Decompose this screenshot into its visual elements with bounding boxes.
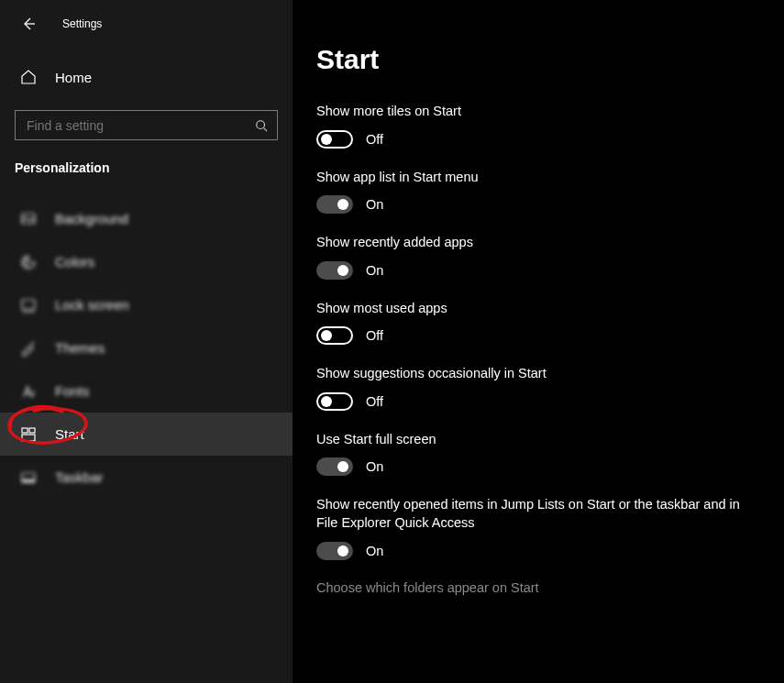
toggle-suggestions[interactable]: [316, 392, 353, 411]
toggle-state-more_tiles: Off: [366, 132, 383, 147]
home-icon: [20, 69, 37, 85]
window-title: Settings: [62, 17, 102, 30]
start-icon: [20, 426, 37, 443]
toggle-jump_lists[interactable]: [316, 542, 353, 560]
sidebar-nav: BackgroundColorsLock screenThemesFontsSt…: [0, 197, 293, 499]
toggle-more_tiles[interactable]: [316, 130, 353, 149]
setting-suggestions: Show suggestions occasionally in StartOf…: [316, 365, 751, 411]
setting-label-recently_added: Show recently added apps: [316, 234, 747, 252]
setting-label-most_used: Show most used apps: [316, 300, 747, 318]
svg-point-2: [25, 259, 27, 260]
toggle-recently_added[interactable]: [316, 261, 353, 280]
setting-label-suggestions: Show suggestions occasionally in Start: [316, 365, 747, 383]
themes-icon: [20, 340, 37, 357]
setting-label-app_list: Show app list in Start menu: [316, 169, 747, 187]
setting-more_tiles: Show more tiles on StartOff: [316, 103, 751, 149]
fonts-icon: [20, 383, 37, 400]
toggle-full_screen[interactable]: [316, 457, 353, 476]
main-panel: Start Show more tiles on StartOffShow ap…: [293, 0, 784, 683]
search-box[interactable]: [15, 110, 278, 140]
svg-rect-7: [29, 428, 35, 433]
toggle-state-recently_added: On: [366, 263, 383, 278]
sidebar-item-label: Background: [55, 211, 128, 226]
setting-app_list: Show app list in Start menuOn: [316, 169, 751, 215]
sidebar-item-fonts[interactable]: Fonts: [0, 369, 293, 413]
svg-rect-5: [22, 300, 35, 309]
svg-rect-6: [22, 428, 28, 433]
sidebar-item-label: Fonts: [55, 383, 90, 399]
folders-link[interactable]: Choose which folders appear on Start: [316, 580, 751, 595]
home-button[interactable]: Home: [0, 57, 293, 97]
toggle-state-suggestions: Off: [366, 394, 383, 409]
sidebar-item-label: Colors: [55, 254, 94, 270]
sidebar-item-colors[interactable]: Colors: [0, 240, 293, 283]
setting-recently_added: Show recently added appsOn: [316, 234, 751, 280]
sidebar-item-label: Start: [55, 426, 84, 442]
svg-point-3: [24, 262, 26, 264]
background-icon: [20, 211, 37, 227]
svg-point-4: [27, 265, 28, 267]
sidebar-item-background[interactable]: Background: [0, 197, 293, 240]
page-title: Start: [316, 44, 751, 75]
colors-icon: [20, 254, 37, 270]
sidebar-item-lockscreen[interactable]: Lock screen: [0, 283, 293, 326]
category-label: Personalization: [0, 140, 293, 186]
sidebar-item-label: Lock screen: [55, 297, 129, 313]
svg-point-0: [257, 120, 265, 128]
back-icon[interactable]: [20, 16, 37, 32]
sidebar-item-taskbar[interactable]: Taskbar: [0, 456, 293, 499]
toggle-state-jump_lists: On: [366, 544, 383, 558]
search-icon: [255, 119, 268, 132]
setting-label-jump_lists: Show recently opened items in Jump Lists…: [316, 496, 747, 532]
settings-list: Show more tiles on StartOffShow app list…: [316, 103, 751, 560]
toggle-state-app_list: On: [366, 197, 383, 212]
search-input[interactable]: [25, 117, 255, 134]
sidebar-item-label: Taskbar: [55, 469, 104, 485]
setting-full_screen: Use Start full screenOn: [316, 431, 751, 477]
sidebar-item-start[interactable]: Start: [0, 413, 293, 456]
setting-jump_lists: Show recently opened items in Jump Lists…: [316, 496, 751, 559]
svg-rect-8: [22, 435, 35, 441]
setting-most_used: Show most used appsOff: [316, 300, 751, 346]
home-label: Home: [55, 70, 92, 85]
lockscreen-icon: [20, 297, 37, 314]
svg-rect-10: [22, 479, 35, 482]
taskbar-icon: [20, 469, 37, 486]
sidebar: Settings Home Personalization Background…: [0, 0, 293, 683]
toggle-most_used[interactable]: [316, 326, 353, 345]
sidebar-item-themes[interactable]: Themes: [0, 326, 293, 369]
toggle-state-full_screen: On: [366, 459, 383, 474]
setting-label-more_tiles: Show more tiles on Start: [316, 103, 747, 121]
sidebar-item-label: Themes: [55, 340, 105, 356]
toggle-state-most_used: Off: [366, 328, 383, 343]
setting-label-full_screen: Use Start full screen: [316, 431, 747, 449]
toggle-app_list[interactable]: [316, 195, 353, 214]
